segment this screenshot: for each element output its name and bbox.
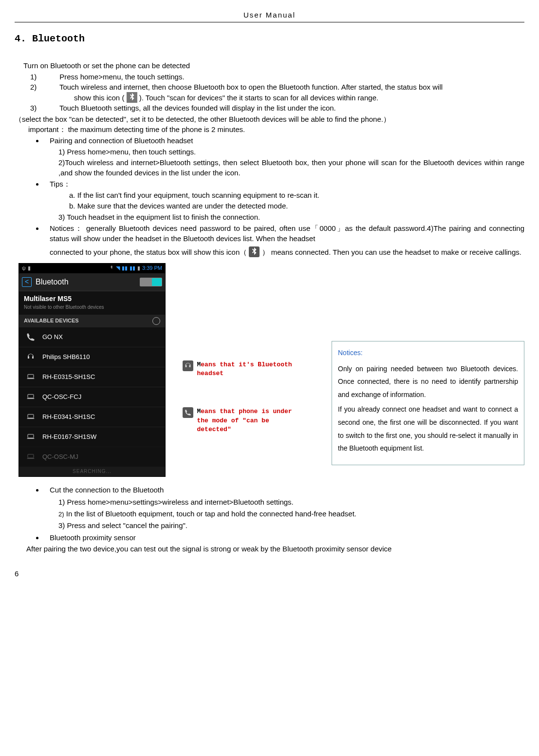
device-row[interactable]: GO NX: [19, 327, 165, 347]
cut-step-1: 1) Press home>menu>settings>wireless and…: [58, 497, 524, 507]
callouts-column: Means that it's Bluetooth headset Means …: [183, 263, 314, 463]
laptop-icon: [26, 372, 36, 382]
step-1: 1) Press home>menu, the touch settings.: [45, 72, 524, 82]
bullet-title: Pairing and connection of Bluetooth head…: [50, 135, 524, 146]
callout-text: Means that it's Bluetooth headset: [197, 360, 314, 378]
device-row[interactable]: QC-OSC-FCJ: [19, 387, 165, 407]
screen-title: Bluetooth: [36, 277, 69, 287]
device-list: GO NXPhilips SHB6110RH-E0315-SH1SCQC-OSC…: [19, 327, 165, 467]
step-text-b: show this icon (: [74, 94, 124, 102]
searching-text: SEARCHING...: [19, 467, 165, 476]
own-device-visibility: Not visible to other Bluetooth devices: [24, 304, 160, 311]
bluetooth-icon: [109, 265, 114, 272]
header-rule: [15, 22, 524, 22]
bullet-proximity: Bluetooth proximity sensor: [44, 532, 524, 543]
own-device-name: Multilaser MS5: [24, 294, 160, 304]
device-name: RH-E0315-SH1SC: [42, 373, 95, 381]
proximity-text: After pairing the two device,you can tes…: [26, 544, 524, 554]
notices-box-p1: Only on pairing needed between two Bluet…: [338, 362, 518, 401]
headset-icon: [26, 352, 36, 362]
intro-line: Turn on Bluetooth or set the phone can b…: [23, 60, 524, 71]
tips-title: Tips：: [50, 179, 524, 189]
step-text: Touch wireless and internet, then choose…: [59, 83, 443, 91]
device-name: QC-OSC-MJ: [42, 453, 78, 461]
section-title: 4. Bluetooth: [15, 32, 524, 46]
step-num: 3): [45, 103, 57, 113]
back-icon[interactable]: <: [22, 277, 32, 287]
laptop-icon: [26, 432, 36, 442]
bullet-pairing: Pairing and connection of Bluetooth head…: [44, 135, 524, 178]
scan-spinner-icon: [152, 317, 160, 325]
cut-text: Press home>menu>settings>wireless and in…: [67, 498, 294, 506]
c2-line3: detected": [197, 426, 231, 433]
device-row[interactable]: RH-E0315-SH1SC: [19, 367, 165, 387]
svg-rect-1: [27, 378, 35, 378]
svg-rect-9: [27, 458, 35, 458]
svg-rect-8: [28, 454, 34, 457]
step-text: Press home>menu, the touch settings.: [59, 73, 184, 81]
cut-title: Cut the connection to the Bluetooth: [50, 485, 524, 495]
device-row[interactable]: RH-E0341-SH1SC: [19, 407, 165, 427]
usb-icon: ψ: [22, 265, 26, 272]
notices-text-b1: connected to your phone, the status box …: [50, 248, 247, 256]
callout-headset: Means that it's Bluetooth headset: [183, 360, 314, 378]
device-name: RH-E0167-SH1SW: [42, 433, 96, 441]
notices-text-a: generally Bluetooth devices need passwor…: [50, 224, 524, 243]
svg-rect-5: [27, 418, 35, 418]
cut-text: Press and select "cancel the pairing".: [67, 521, 187, 529]
phone-icon: [26, 332, 36, 342]
device-row[interactable]: QC-OSC-MJ: [19, 447, 165, 467]
available-devices-label: AVAILABLE DEVICES: [19, 315, 165, 327]
signal-icon: ▮▮: [122, 265, 128, 272]
device-row[interactable]: Philips SHB6110: [19, 347, 165, 367]
proximity-title: Bluetooth proximity sensor: [50, 532, 524, 543]
svg-rect-4: [28, 414, 34, 417]
step-3: 3) Touch Bluetooth settings, all the dev…: [45, 103, 524, 113]
cut-step-3: 3) Press and select "cancel the pairing"…: [58, 520, 524, 530]
step-2: 2) Touch wireless and internet, then cho…: [45, 82, 524, 103]
phone-icon: [183, 407, 193, 418]
step-text-c: ). Touch "scan for devices" the it start…: [139, 94, 378, 102]
tip-b: b. Make sure that the devices wanted are…: [69, 201, 524, 211]
step-num: 1): [45, 72, 57, 82]
select-box-line: （select the box "can be detected", set i…: [15, 114, 524, 124]
step-text: Touch Bluetooth settings, all the device…: [59, 104, 336, 112]
bluetooth-toggle[interactable]: [140, 278, 162, 286]
svg-rect-3: [27, 398, 35, 398]
page-number: 6: [15, 568, 524, 579]
device-name: QC-OSC-FCJ: [42, 393, 81, 401]
bullet-notices: Notices： generally Bluetooth devices nee…: [44, 223, 524, 257]
svg-rect-7: [27, 438, 35, 438]
cut-num: 1): [58, 498, 65, 506]
laptop-icon: [26, 452, 36, 462]
cut-num: 3): [58, 521, 65, 529]
callout-text: Means that phone is under the mode of "c…: [197, 407, 292, 434]
notices-label: Notices：: [50, 224, 83, 232]
headset-icon: [183, 360, 193, 371]
pairing-step-1: 1) Press home>menu, then touch settings.: [58, 147, 524, 157]
c2-line2: the mode of "can be: [197, 417, 269, 424]
notices-text-b2: ） means connected. Then you can use the …: [262, 248, 521, 256]
device-name: RH-E0341-SH1SC: [42, 413, 95, 421]
cut-text: In the list of Bluetooth equipment, touc…: [66, 510, 356, 518]
cut-num: 2): [58, 510, 64, 518]
bullet-tips: Tips： a. If the list can't find your equ…: [44, 179, 524, 222]
figure-row: ψ ▮ ◥ ▮▮ ▮▮ ▮ 3:39 PM < Bluetooth Multil…: [19, 263, 524, 477]
clock-text: 3:39 PM: [142, 265, 162, 272]
svg-rect-0: [28, 374, 34, 378]
battery-icon: ▮: [137, 265, 140, 272]
bluetooth-status-icon: [127, 92, 137, 103]
own-device[interactable]: Multilaser MS5 Not visible to other Blue…: [19, 291, 165, 315]
c2-line1: eans that phone is under: [201, 408, 292, 415]
bullet-cut: Cut the connection to the Bluetooth 1) P…: [44, 485, 524, 530]
turn-on-steps: 1) Press home>menu, the touch settings. …: [15, 72, 524, 113]
device-name: GO NX: [42, 333, 63, 341]
notices-box-title: Notices:: [338, 346, 518, 359]
signal-icon-2: ▮▮: [130, 265, 135, 272]
notices-box-p2: If you already connect one headset and w…: [338, 403, 518, 454]
pairing-step-2: 2)Touch wireless and internet>Bluetooth …: [58, 157, 524, 178]
device-row[interactable]: RH-E0167-SH1SW: [19, 427, 165, 447]
svg-rect-2: [28, 394, 34, 397]
section-label-text: AVAILABLE DEVICES: [24, 317, 79, 324]
status-bar: ψ ▮ ◥ ▮▮ ▮▮ ▮ 3:39 PM: [19, 264, 165, 273]
